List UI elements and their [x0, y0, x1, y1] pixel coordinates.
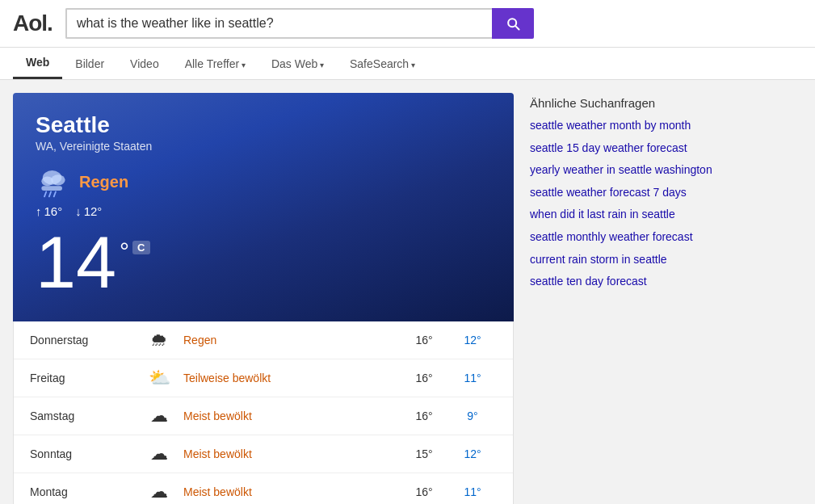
similar-link[interactable]: when did it last rain in seattle — [530, 207, 802, 223]
forecast-row: Donnerstag 🌧 Regen 16° 12° — [14, 321, 513, 359]
rain-cloud-icon — [36, 164, 71, 200]
forecast-row: Samstag ☁ Meist bewölkt 16° 9° — [14, 397, 513, 435]
forecast-row: Montag ☁ Meist bewölkt 16° 11° — [14, 473, 513, 504]
main-content: Seattle WA, Vereinigte Staaten Regen ↑ 1… — [0, 80, 815, 504]
tab-alle-treffer[interactable]: Alle Treffer — [172, 49, 258, 78]
temp-range: ↑ 16° ↓ 12° — [36, 204, 491, 218]
similar-heading: Ähnliche Suchanfragen — [530, 96, 802, 110]
similar-link[interactable]: seattle weather month by month — [530, 118, 802, 134]
tab-bilder[interactable]: Bilder — [62, 49, 117, 78]
weather-card-top: Seattle WA, Vereinigte Staaten Regen ↑ 1… — [13, 93, 514, 321]
similar-link[interactable]: seattle 15 day weather forecast — [530, 141, 802, 157]
search-button[interactable] — [492, 8, 534, 39]
current-temp: 14 ° C — [36, 226, 491, 299]
similar-link[interactable]: yearly weather in seattle washington — [530, 162, 802, 178]
weather-icon-row: Regen — [36, 164, 491, 200]
forecast-row: Sonntag ☁ Meist bewölkt 15° 12° — [14, 435, 513, 473]
search-input[interactable] — [65, 8, 492, 39]
forecast-row: Freitag ⛅ Teilweise bewölkt 16° 11° — [14, 359, 513, 397]
tab-web[interactable]: Web — [13, 48, 62, 79]
similar-link[interactable]: seattle ten day forecast — [530, 274, 802, 290]
tab-video[interactable]: Video — [117, 49, 172, 78]
weather-condition: Regen — [79, 173, 128, 191]
search-bar — [65, 8, 534, 39]
city-name: Seattle — [36, 112, 491, 138]
nav-tabs: Web Bilder Video Alle Treffer Das Web Sa… — [0, 48, 815, 80]
temp-up-icon: ↑ 16° — [36, 204, 62, 218]
similar-link[interactable]: seattle weather forecast 7 days — [530, 185, 802, 201]
sidebar: Ähnliche Suchanfragen seattle weather mo… — [530, 93, 802, 504]
degree-symbol: ° — [120, 239, 129, 263]
similar-link[interactable]: seattle monthly weather forecast — [530, 229, 802, 246]
weather-widget: Seattle WA, Vereinigte Staaten Regen ↑ 1… — [13, 93, 514, 504]
svg-line-5 — [49, 191, 51, 196]
svg-point-2 — [41, 176, 53, 186]
forecast-table: Donnerstag 🌧 Regen 16° 12° Freitag ⛅ Tei… — [13, 321, 514, 504]
temp-down-icon: ↓ 12° — [75, 204, 102, 218]
tab-das-web[interactable]: Das Web — [258, 49, 337, 78]
svg-rect-3 — [41, 186, 62, 191]
aol-logo: Aol. — [13, 10, 53, 36]
tab-safesearch[interactable]: SafeSearch — [337, 49, 428, 78]
unit-badge[interactable]: C — [132, 241, 149, 254]
similar-link[interactable]: current rain storm in seattle — [530, 252, 802, 268]
city-region: WA, Vereinigte Staaten — [36, 140, 491, 153]
search-icon — [505, 15, 521, 32]
svg-line-6 — [54, 191, 56, 196]
header: Aol. — [0, 0, 815, 48]
svg-line-4 — [44, 191, 46, 196]
